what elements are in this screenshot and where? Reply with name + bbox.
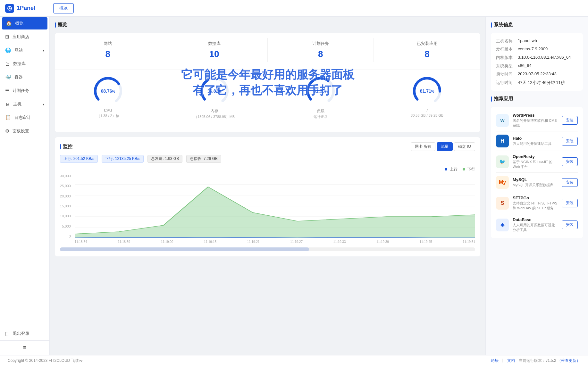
gauge-sub-1: （1395.06 / 3788.98）MB (194, 114, 235, 119)
stat-badge-sent: 总发送: 1.93 GB (147, 155, 182, 163)
footer-update-link[interactable]: （检查更新） (557, 358, 580, 363)
monitor-title: 监控 (60, 144, 72, 150)
app-info-1: Halo 强大易用的开源建站工具 (513, 136, 558, 146)
app-desc-4: 支持自定义 HTTP/S、FTP/S 和 WebDAV 的 SFTP 服务 (513, 201, 558, 211)
gauge-item-0: 68.76% CPU （1.38 / 2）核 (55, 72, 161, 122)
stat-label-website: 网站 (60, 41, 156, 46)
sysinfo-grid: 主机名称 1panel-wh 发行版本 centos-7.9.2009 内核版本… (496, 38, 578, 86)
sidebar-label-website: 网站 (14, 47, 23, 53)
footer-links: 论坛 | 文档 当前运行版本：v1.5.2 （检查更新） (491, 358, 580, 363)
gauge-canvas-3: 81.71% (411, 75, 443, 107)
sidebar-item-settings[interactable]: ⚙ 面板设置 (0, 124, 49, 138)
sysinfo-val-3: x86_64 (518, 63, 578, 69)
chart-scroll-thumb[interactable] (60, 247, 309, 251)
app-desc-2: 基于 NGINX 和 LuaJIT 的 Web 平台 (513, 160, 558, 169)
host-icon: 🖥 (5, 102, 10, 107)
install-btn-4[interactable]: 安装 (562, 199, 578, 207)
sidebar-item-logs[interactable]: 📋 日志审计 (0, 111, 49, 124)
rec-app-5: ◈ DataEase 人人可用的开源数据可视化分析工具 安装 (496, 214, 578, 236)
rec-app-3: My MySQL MySQL 开源关系型数据库 安装 (496, 173, 578, 192)
rec-app-1: H Halo 强大易用的开源建站工具 安装 (496, 131, 578, 151)
right-panel: 系统信息 主机名称 1panel-wh 发行版本 centos-7.9.2009… (485, 17, 588, 355)
stats-row: 网站 8 数据库 10 计划任务 8 已安装应用 8 (55, 33, 480, 64)
sidebar-label-logs: 日志审计 (14, 115, 31, 121)
app-info-2: OpenResty 基于 NGINX 和 LuaJIT 的 Web 平台 (513, 154, 558, 169)
sidebar-label-database: 数据库 (13, 61, 26, 67)
sysinfo-key-4: 启动时间 (496, 71, 513, 77)
sidebar-item-logout[interactable]: ⬚ 退出登录 (0, 327, 49, 340)
stat-cron: 计划任务 8 (268, 38, 374, 62)
logout-icon: ⬚ (5, 331, 10, 337)
sidebar-label-host: 主机 (13, 101, 21, 107)
sysinfo-val-5: 47天 12小时 46分钟 11秒 (518, 80, 578, 86)
stat-database: 数据库 10 (161, 38, 268, 62)
chart-svg (75, 174, 475, 238)
sidebar-item-overview[interactable]: 🏠 概览 (2, 17, 47, 29)
sysinfo-val-2: 3.10.0-1160.88.1.el7.x86_64 (518, 55, 578, 61)
gauge-percent-3: 81.71% (420, 88, 434, 94)
gauge-canvas-1: 36.82% (198, 75, 231, 107)
gauge-item-3: 81.71% / 30.58 GB / 39.25 GB (374, 72, 480, 122)
install-btn-3[interactable]: 安装 (562, 178, 578, 187)
app-icon-4: S (496, 197, 509, 210)
gauge-sub-3: 30.58 GB / 39.25 GB (411, 113, 443, 117)
app-icon-0: W (496, 114, 509, 127)
content: 概览 它可能是今年最好用的服务器面板 有了它，再也不喜欢用手打了 网站 8 (50, 17, 588, 355)
stat-badge-down: 下行: 12135.25 KB/s (102, 155, 144, 163)
logo-text: 1Panel (17, 5, 35, 12)
sidebar-label-appstore: 应用商店 (13, 34, 29, 40)
stat-badge-up: 上行: 201.52 KB/s (60, 155, 98, 163)
legend-down: 下行 (463, 167, 475, 172)
rec-app-4: S SFTPGo 支持自定义 HTTP/S、FTP/S 和 WebDAV 的 S… (496, 192, 578, 214)
x-axis: 11:18:54 11:18:59 11:19:09 11:19:15 11:1… (75, 240, 475, 244)
app-icon-1: H (496, 135, 509, 147)
app-info-0: WordPress 著名的开源博客软件和 CMS 系统 (513, 113, 558, 128)
footer-copyright: Copyright © 2014-2023 FIT2CLOUD 飞致云 (8, 358, 83, 363)
sidebar-item-host[interactable]: 🖥 主机 ▾ (0, 97, 49, 111)
sidebar-item-container[interactable]: 🐳 容器 (0, 71, 49, 84)
monitor-tab-disk[interactable]: 磁盘 IO (454, 142, 475, 151)
chart-wrapper: 30,000 25,000 20,000 15,000 10,000 5,000… (60, 174, 475, 244)
monitor-tab-nic[interactable]: 网卡·所有 (411, 142, 435, 151)
svg-marker-16 (75, 187, 475, 238)
sidebar-item-appstore[interactable]: ⊞ 应用商店 (0, 30, 49, 44)
stat-value-database: 10 (166, 49, 262, 59)
monitor-tab-traffic[interactable]: 流量 (437, 142, 453, 151)
hamburger-icon[interactable]: ≡ (23, 345, 27, 351)
stat-value-cron: 8 (273, 49, 369, 59)
gauge-canvas-0: 68.76% (92, 75, 124, 107)
settings-icon: ⚙ (5, 128, 9, 134)
app-info-5: DataEase 人人可用的开源数据可视化分析工具 (513, 217, 558, 232)
cron-icon: ☰ (5, 88, 9, 94)
logs-icon: 📋 (5, 115, 11, 121)
footer-link-forum[interactable]: 论坛 (491, 358, 499, 363)
gauge-row: 68.76% CPU （1.38 / 2）核 36.82% 内存 （1395.0… (55, 70, 480, 127)
install-btn-1[interactable]: 安装 (562, 137, 578, 146)
app-name-3: MySQL (513, 177, 558, 182)
app-icon-2: 🐦 (496, 155, 509, 168)
footer: Copyright © 2014-2023 FIT2CLOUD 飞致云 论坛 |… (0, 355, 588, 366)
sidebar-item-website[interactable]: 🌐 网站 ▾ (0, 44, 49, 57)
sidebar-item-cron[interactable]: ☰ 计划任务 (0, 84, 49, 97)
sysinfo-key-0: 主机名称 (496, 38, 513, 44)
gauge-percent-0: 68.76% (101, 88, 115, 94)
install-btn-0[interactable]: 安装 (562, 116, 578, 125)
footer-version: 当前运行版本：v1.5.2 （检查更新） (519, 358, 580, 363)
install-btn-2[interactable]: 安装 (562, 157, 578, 166)
header-tab-overview[interactable]: 概览 (53, 3, 74, 13)
install-btn-5[interactable]: 安装 (562, 220, 578, 229)
app-info-4: SFTPGo 支持自定义 HTTP/S、FTP/S 和 WebDAV 的 SFT… (513, 195, 558, 211)
sidebar-item-database[interactable]: 🗂 数据库 (0, 57, 49, 71)
gauge-percent-2: 61.33% (314, 88, 328, 94)
chart-legend: 上行 下行 (60, 167, 475, 172)
app-desc-0: 著名的开源博客软件和 CMS 系统 (513, 118, 558, 128)
sysinfo-title: 系统信息 (491, 22, 583, 28)
sysinfo-key-5: 运行时间 (496, 80, 513, 86)
gauge-canvas-2: 61.33% (305, 75, 337, 107)
monitor-section: 监控 网卡·所有 流量 磁盘 IO 上行: 201.52 KB/s 下行: 12… (55, 137, 480, 256)
sidebar-label-cron: 计划任务 (13, 88, 29, 94)
chart-scrollbar[interactable] (60, 247, 475, 251)
app-desc-5: 人人可用的开源数据可视化分析工具 (513, 223, 558, 232)
footer-link-docs[interactable]: 文档 (507, 358, 515, 363)
sidebar-label-logout: 退出登录 (13, 331, 29, 337)
